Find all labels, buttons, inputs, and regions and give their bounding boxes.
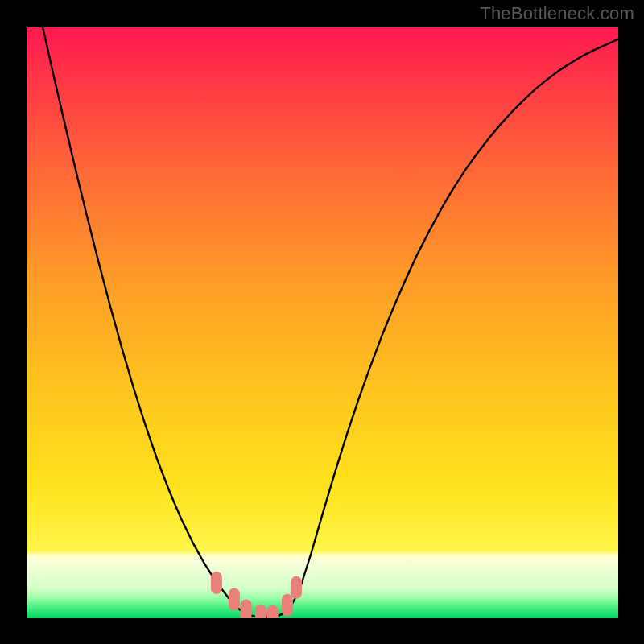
watermark-text: TheBottleneck.com xyxy=(480,3,634,24)
curve-layer xyxy=(27,27,618,618)
curve-marker xyxy=(267,605,279,618)
chart-frame: TheBottleneck.com xyxy=(0,0,644,644)
plot-area xyxy=(27,27,618,618)
curve-marker xyxy=(211,572,222,594)
marker-group xyxy=(211,572,302,618)
curve-marker xyxy=(255,605,266,618)
bottleneck-curve xyxy=(27,27,618,617)
curve-marker xyxy=(291,576,302,599)
curve-marker xyxy=(229,588,240,611)
curve-marker xyxy=(282,594,293,617)
curve-marker xyxy=(241,599,252,618)
